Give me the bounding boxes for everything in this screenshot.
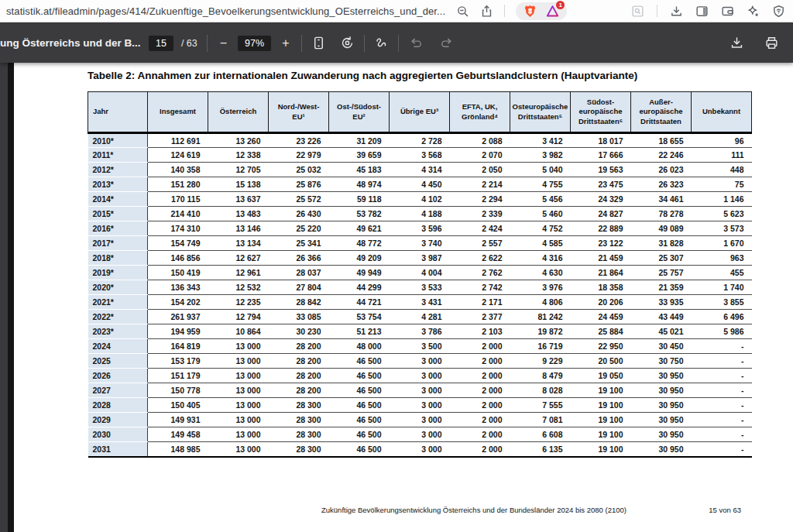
footer-page-number: 15 von 63 [709,506,741,514]
value-cell: 150 405 [148,398,208,413]
value-cell: 8 479 [510,369,571,383]
table-row: 2010*112 69113 26023 22631 2092 7282 088… [88,133,752,148]
brave-shields-icon[interactable] [524,5,537,18]
value-cell: 2 622 [450,251,510,266]
value-cell: - [692,339,752,354]
col-header-nord-west-eu: Nord-/West- EU¹ [269,92,329,133]
table-header: Jahr Insgesamt Österreich Nord-/West- EU… [88,92,752,133]
value-cell: 24 827 [571,207,631,221]
sidebar-toggle-icon[interactable] [695,5,709,18]
value-cell: 455 [692,266,752,280]
url-text[interactable]: statistik.at/fileadmin/pages/414/Zukuenf… [6,5,445,17]
value-cell: 49 949 [329,266,390,280]
value-cell: 26 366 [269,251,329,266]
value-cell: 2 000 [450,398,510,413]
vpn-shield-icon[interactable] [772,5,785,18]
value-cell: 19 100 [571,413,631,427]
year-cell: 2010* [88,133,148,148]
col-header-oesterreich: Österreich [208,92,269,133]
year-cell: 2023* [88,324,148,339]
value-cell: 96 [692,133,752,148]
fit-to-page-icon[interactable] [311,36,326,50]
value-cell: 46 500 [329,369,390,383]
value-cell: 4 585 [510,236,571,251]
table-row: 2023*194 95910 86430 23051 2133 7862 103… [88,324,752,339]
value-cell: 78 278 [631,207,692,221]
value-cell: 21 359 [631,280,692,295]
value-cell: 3 000 [390,398,450,413]
redo-icon[interactable] [440,36,455,50]
value-cell: 2 171 [450,295,510,310]
value-cell: - [692,369,752,383]
table-row: 2013*151 28015 13825 87648 9744 4502 214… [88,177,752,192]
extension-triangle-icon[interactable]: 1 [546,5,559,18]
value-cell: 4 314 [390,163,450,177]
value-cell: 12 532 [208,280,269,295]
divider [657,5,657,17]
value-cell: 164 819 [148,339,208,354]
value-cell: 53 782 [329,207,390,221]
value-cell: 25 032 [269,163,329,177]
immigration-assumptions-table: Jahr Insgesamt Österreich Nord-/West- EU… [88,91,752,458]
rotate-icon[interactable] [340,36,355,50]
annotate-icon[interactable] [374,36,389,50]
year-cell: 2017* [88,236,148,251]
year-cell: 2028 [88,398,148,413]
undo-icon[interactable] [408,36,423,50]
value-cell: 31 828 [631,236,692,251]
table-row: 2024164 81913 00028 20048 0003 5002 0001… [88,339,752,354]
value-cell: 2 742 [450,280,510,295]
value-cell: 18 017 [571,133,631,148]
value-cell: 28 300 [269,427,329,442]
value-cell: 3 431 [390,295,450,310]
year-cell: 2027 [88,383,148,398]
value-cell: 34 461 [631,192,692,207]
value-cell: 48 000 [329,339,390,354]
value-cell: 3 596 [390,221,450,236]
table-row: 2021*154 20212 23528 84244 7213 4312 171… [88,295,752,310]
zoom-in-button[interactable]: + [279,36,292,51]
zoom-level-value[interactable]: 97% [238,36,271,51]
value-cell: 146 856 [148,251,208,266]
value-cell: 3 000 [390,427,450,442]
value-cell: 151 179 [148,369,208,383]
value-cell: 26 323 [631,177,692,192]
zoom-out-button[interactable]: − [217,36,230,51]
year-cell: 2011* [88,148,148,163]
print-icon[interactable] [764,36,779,50]
value-cell: 154 749 [148,236,208,251]
value-cell: 49 621 [329,221,390,236]
year-cell: 2013* [88,177,148,192]
value-cell: 20 500 [571,354,631,369]
leo-ai-sparkle-icon[interactable] [747,5,760,18]
value-cell: 13 000 [208,383,269,398]
wallet-icon[interactable] [721,5,734,18]
value-cell: 2 000 [450,383,510,398]
zoom-out-icon[interactable] [456,5,469,18]
share-icon[interactable] [480,5,493,18]
value-cell: 17 666 [571,148,631,163]
download-icon[interactable] [729,36,744,50]
page-count-label: / 63 [181,38,197,49]
value-cell: 2 103 [450,324,510,339]
value-cell: 12 627 [208,251,269,266]
value-cell: 3 000 [390,383,450,398]
view-controls [311,36,355,50]
downloads-icon[interactable] [670,5,683,18]
value-cell: 13 483 [208,207,269,221]
year-cell: 2025 [88,354,148,369]
value-cell: 46 500 [329,413,390,427]
value-cell: 19 050 [571,369,631,383]
value-cell: 4 281 [390,310,450,324]
value-cell: 51 213 [329,324,390,339]
table-row: 2020*136 34312 53227 80444 2993 5332 742… [88,280,752,295]
reader-mode-icon[interactable] [631,5,644,18]
current-page-input[interactable]: 15 [149,36,173,51]
value-cell: 149 458 [148,427,208,442]
value-cell: 4 752 [510,221,571,236]
extension-badge: 1 [556,1,565,9]
value-cell: 18 358 [571,280,631,295]
value-cell: 153 179 [148,354,208,369]
value-cell: 30 950 [631,383,692,398]
value-cell: 16 719 [510,339,571,354]
